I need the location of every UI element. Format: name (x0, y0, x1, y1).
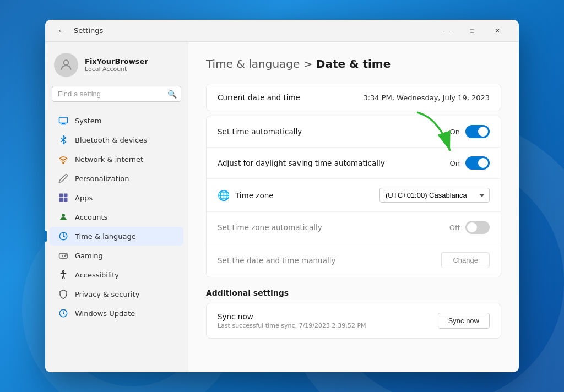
gaming-icon (58, 251, 68, 260)
svg-rect-8 (64, 198, 68, 202)
card-current-time: Current date and time 3:34 PM, Wednesday… (206, 84, 501, 111)
set-time-auto-control: On (450, 125, 490, 138)
timezone-label: Time zone (235, 191, 274, 200)
settings-window: ← Settings — □ ✕ FixYourBrowser Local Ac… (45, 20, 519, 372)
content-area: Time & language > Date & time Current da… (188, 42, 519, 372)
minimize-button[interactable]: — (434, 22, 459, 40)
timezone-select[interactable]: (UTC+01:00) Casablanca (379, 188, 490, 203)
back-button[interactable]: ← (54, 23, 69, 39)
row-sync-now: Sync now Last successful time sync: 7/19… (207, 303, 501, 338)
sidebar-label-time: Time & language (75, 232, 136, 241)
row-current-datetime: Current date and time 3:34 PM, Wednesday… (207, 84, 501, 111)
sidebar-item-personalization[interactable]: Personalization (50, 169, 183, 188)
breadcrumb-current: Date & time (316, 57, 391, 70)
search-box[interactable]: 🔍 (52, 86, 181, 102)
adjust-daylight-toggle[interactable] (465, 156, 490, 170)
set-manually-label: Set the date and time manually (218, 256, 335, 265)
window-controls: — □ ✕ (434, 22, 510, 40)
svg-point-9 (62, 214, 65, 217)
sidebar-item-system[interactable]: System (50, 111, 183, 130)
breadcrumb-separator: > (303, 57, 316, 70)
sidebar-label-gaming: Gaming (75, 252, 103, 260)
breadcrumb-parent: Time & language (206, 57, 300, 70)
search-icon: 🔍 (167, 90, 177, 99)
toggle-thumb-tz (467, 222, 477, 232)
search-input[interactable] (52, 86, 181, 102)
set-time-auto-label: Set time automatically (218, 127, 302, 136)
nav-list: System Bluetooth & devices Network & int… (45, 108, 188, 325)
sync-now-label: Sync now (218, 312, 366, 321)
row-timezone: 🌐 Time zone (UTC+01:00) Casablanca (207, 179, 501, 212)
sidebar-item-network[interactable]: Network & internet (50, 150, 183, 168)
toggle-thumb-daylight (478, 158, 488, 168)
sidebar-label-network: Network & internet (75, 155, 143, 164)
sidebar-label-accessibility: Accessibility (75, 271, 119, 279)
sync-now-button[interactable]: Sync now (438, 313, 490, 329)
user-account-type: Local Account (85, 66, 148, 73)
change-button[interactable]: Change (441, 252, 490, 268)
accounts-icon (58, 212, 68, 222)
toggle-thumb (478, 127, 488, 137)
sidebar-item-accessibility[interactable]: Accessibility (50, 265, 183, 284)
update-icon (58, 308, 68, 318)
sync-now-sub: Last successful time sync: 7/19/2023 2:3… (218, 322, 366, 329)
page-header: Time & language > Date & time (206, 57, 501, 70)
maximize-button[interactable]: □ (459, 22, 485, 40)
adjust-daylight-state: On (450, 159, 460, 167)
additional-settings-title: Additional settings (206, 288, 501, 297)
set-tz-auto-state: Off (449, 224, 460, 232)
avatar (54, 53, 78, 77)
sidebar-item-accounts[interactable]: Accounts (50, 208, 183, 226)
sidebar-item-update[interactable]: Windows Update (50, 304, 183, 323)
system-icon (58, 116, 68, 126)
sidebar-item-bluetooth[interactable]: Bluetooth & devices (50, 130, 183, 149)
sidebar-item-privacy[interactable]: Privacy & security (50, 285, 183, 303)
timezone-label-row: 🌐 Time zone (218, 189, 274, 202)
user-section: FixYourBrowser Local Account (45, 42, 188, 86)
sidebar-item-gaming[interactable]: Gaming (50, 246, 183, 265)
timezone-icon: 🌐 (218, 189, 230, 202)
user-name: FixYourBrowser (85, 57, 148, 66)
sidebar-label-update: Windows Update (75, 309, 135, 318)
current-datetime-value: 3:34 PM, Wednesday, July 19, 2023 (363, 94, 490, 102)
set-time-auto-state: On (450, 128, 460, 136)
row-set-tz-auto: Set time zone automatically Off (207, 212, 501, 243)
current-datetime-label: Current date and time (218, 93, 300, 102)
card-additional: Sync now Last successful time sync: 7/19… (206, 303, 501, 339)
apps-icon (58, 193, 68, 203)
svg-point-13 (66, 255, 67, 256)
sidebar: FixYourBrowser Local Account 🔍 System (45, 42, 188, 372)
breadcrumb: Time & language > Date & time (206, 57, 391, 70)
sidebar-label-privacy: Privacy & security (75, 290, 139, 298)
sidebar-label-bluetooth: Bluetooth & devices (75, 136, 147, 144)
row-set-time-auto: Set time automatically On (207, 116, 501, 148)
user-info: FixYourBrowser Local Account (85, 57, 148, 73)
adjust-daylight-label: Adjust for daylight saving time automati… (218, 159, 385, 167)
svg-rect-1 (59, 117, 68, 123)
sidebar-label-accounts: Accounts (75, 213, 107, 221)
accessibility-icon (58, 270, 68, 280)
window-title: Settings (74, 26, 434, 35)
svg-rect-6 (64, 194, 68, 198)
set-tz-auto-toggle[interactable] (465, 221, 490, 234)
sidebar-label-system: System (75, 117, 101, 125)
svg-rect-5 (59, 194, 63, 198)
svg-rect-3 (61, 124, 66, 124)
time-icon (58, 231, 68, 241)
bluetooth-icon (58, 135, 68, 145)
titlebar: ← Settings — □ ✕ (45, 20, 519, 42)
main-layout: FixYourBrowser Local Account 🔍 System (45, 42, 519, 372)
privacy-icon (58, 289, 68, 299)
sidebar-label-personalization: Personalization (75, 175, 129, 183)
adjust-daylight-control: On (450, 156, 490, 170)
set-tz-auto-control: Off (449, 221, 490, 234)
close-button[interactable]: ✕ (485, 22, 510, 40)
set-tz-auto-label: Set time zone automatically (218, 223, 322, 232)
sidebar-item-apps[interactable]: Apps (50, 188, 183, 207)
svg-rect-2 (62, 123, 65, 124)
set-time-auto-toggle[interactable] (465, 125, 490, 138)
row-adjust-daylight: Adjust for daylight saving time automati… (207, 148, 501, 179)
sidebar-item-time[interactable]: Time & language (50, 227, 183, 246)
svg-point-14 (63, 271, 64, 273)
card-time-settings: Set time automatically On Adjust for day… (206, 116, 501, 277)
